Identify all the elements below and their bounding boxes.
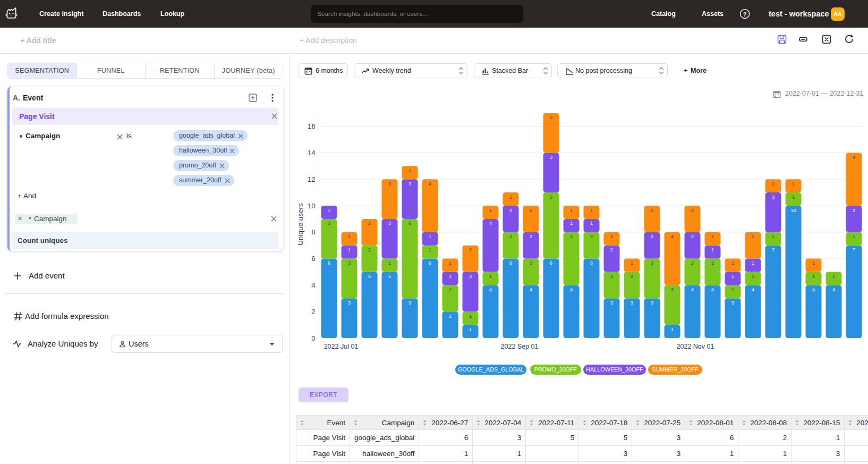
svg-text:2: 2 — [509, 234, 512, 239]
svg-text:3: 3 — [348, 300, 351, 306]
svg-text:3: 3 — [631, 300, 633, 306]
svg-text:2: 2 — [752, 234, 754, 239]
svg-text:14: 14 — [308, 149, 315, 157]
svg-text:2: 2 — [651, 208, 653, 213]
svg-text:1: 1 — [711, 247, 714, 252]
svg-text:3: 3 — [409, 181, 411, 187]
svg-text:3: 3 — [671, 287, 674, 292]
svg-text:4: 4 — [311, 281, 315, 289]
svg-text:2022 Jul 01: 2022 Jul 01 — [324, 343, 359, 350]
svg-text:1: 1 — [409, 168, 411, 173]
svg-text:4: 4 — [489, 287, 492, 292]
svg-text:1: 1 — [832, 274, 835, 279]
svg-text:2: 2 — [651, 234, 653, 239]
svg-text:1: 1 — [570, 221, 573, 226]
svg-text:3: 3 — [772, 195, 775, 200]
svg-text:1: 1 — [772, 181, 775, 187]
svg-text:1: 1 — [469, 314, 472, 319]
svg-text:6: 6 — [509, 260, 512, 266]
svg-text:2022 Nov 01: 2022 Nov 01 — [677, 343, 714, 350]
svg-text:2: 2 — [368, 221, 371, 226]
svg-text:6: 6 — [550, 260, 552, 266]
svg-text:5: 5 — [388, 274, 391, 279]
svg-text:?: ? — [743, 11, 747, 18]
svg-text:4: 4 — [691, 287, 694, 292]
svg-text:1: 1 — [348, 247, 351, 252]
svg-text:1: 1 — [631, 260, 633, 266]
svg-text:2: 2 — [509, 208, 512, 213]
svg-text:2: 2 — [610, 274, 613, 279]
svg-text:1: 1 — [429, 234, 431, 239]
svg-text:1: 1 — [752, 274, 754, 279]
svg-text:1: 1 — [328, 208, 330, 213]
svg-text:16: 16 — [308, 122, 315, 130]
svg-text:3: 3 — [550, 115, 552, 120]
svg-text:1: 1 — [590, 221, 593, 226]
svg-text:10: 10 — [308, 202, 315, 210]
svg-text:3: 3 — [328, 221, 330, 226]
svg-text:1: 1 — [388, 260, 391, 266]
svg-text:1: 1 — [812, 274, 815, 279]
svg-text:6: 6 — [429, 260, 431, 266]
svg-text:3: 3 — [550, 155, 552, 160]
svg-text:2: 2 — [691, 234, 694, 239]
svg-text:6: 6 — [311, 255, 315, 263]
svg-text:4: 4 — [489, 221, 492, 226]
svg-text:6: 6 — [328, 260, 330, 266]
svg-text:1: 1 — [489, 274, 492, 279]
svg-text:4: 4 — [429, 181, 431, 187]
svg-text:1: 1 — [731, 274, 734, 279]
svg-text:4: 4 — [671, 234, 674, 239]
svg-text:6: 6 — [590, 260, 593, 266]
svg-text:1: 1 — [348, 234, 351, 239]
svg-text:1: 1 — [489, 208, 492, 213]
svg-text:10: 10 — [790, 208, 796, 213]
svg-text:2: 2 — [449, 287, 452, 292]
svg-text:2: 2 — [711, 260, 714, 266]
svg-text:5: 5 — [368, 274, 371, 279]
svg-text:2: 2 — [311, 308, 315, 316]
svg-text:4: 4 — [570, 287, 573, 292]
svg-text:2: 2 — [449, 314, 452, 319]
svg-text:2: 2 — [610, 247, 613, 252]
svg-text:3: 3 — [348, 260, 351, 266]
svg-text:4: 4 — [832, 287, 835, 292]
svg-text:1: 1 — [469, 327, 472, 332]
svg-text:2: 2 — [853, 208, 855, 213]
svg-text:2: 2 — [691, 260, 694, 266]
svg-text:3: 3 — [388, 221, 391, 226]
svg-text:2: 2 — [590, 234, 593, 239]
svg-text:1: 1 — [731, 260, 734, 266]
svg-text:3: 3 — [388, 181, 391, 187]
svg-text:1: 1 — [752, 260, 754, 266]
svg-text:1: 1 — [429, 247, 431, 252]
svg-text:1: 1 — [812, 260, 815, 266]
svg-text:1: 1 — [590, 208, 593, 213]
svg-text:1: 1 — [853, 234, 855, 239]
svg-text:4: 4 — [812, 287, 815, 292]
svg-text:1: 1 — [792, 195, 795, 200]
svg-text:3: 3 — [731, 300, 734, 306]
svg-text:3: 3 — [651, 260, 653, 266]
svg-text:2: 2 — [368, 247, 371, 252]
svg-text:6: 6 — [409, 221, 411, 226]
svg-text:4: 4 — [530, 287, 532, 292]
svg-text:1: 1 — [449, 260, 452, 266]
svg-text:1: 1 — [610, 234, 613, 239]
svg-text:5: 5 — [550, 195, 552, 200]
svg-text:3: 3 — [469, 274, 472, 279]
svg-text:1: 1 — [509, 195, 512, 200]
svg-text:1: 1 — [792, 181, 795, 187]
svg-text:2: 2 — [530, 208, 532, 213]
svg-text:3: 3 — [610, 300, 613, 306]
svg-text:1: 1 — [711, 234, 714, 239]
svg-text:2: 2 — [469, 247, 472, 252]
svg-text:2: 2 — [691, 208, 694, 213]
svg-text:12: 12 — [308, 175, 315, 183]
svg-text:Unique users: Unique users — [296, 203, 304, 246]
svg-text:4: 4 — [711, 287, 714, 292]
svg-text:7: 7 — [853, 247, 855, 252]
svg-text:1: 1 — [671, 327, 674, 332]
svg-text:8: 8 — [311, 228, 315, 236]
svg-text:4: 4 — [752, 287, 754, 292]
